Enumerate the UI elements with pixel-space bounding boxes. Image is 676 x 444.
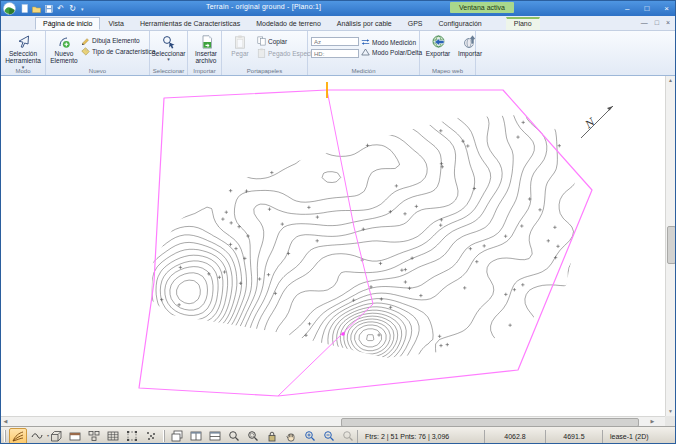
zoom-lock-button[interactable]: [263, 428, 281, 444]
mdi-minimize-button[interactable]: —: [641, 18, 648, 28]
tab-plano[interactable]: Plano: [506, 17, 540, 30]
window-controls: – □ ×: [625, 1, 669, 16]
window-layout-button[interactable]: [85, 428, 103, 444]
minimize-button[interactable]: –: [625, 1, 629, 16]
cursor-easting: 4062.8: [484, 430, 545, 443]
selection-polygon-icon: [126, 430, 138, 442]
points-icon: [145, 430, 157, 442]
pan-hand-icon: [285, 430, 297, 442]
mdi-restore-button[interactable]: □: [655, 18, 659, 28]
horizontal-scrollbar[interactable]: ◀ ▶: [1, 416, 667, 426]
tab-p-gina-de-inicio[interactable]: Página de inicio: [35, 17, 100, 30]
zoom-in-button[interactable]: [301, 428, 319, 444]
active-window-badge: Ventana activa: [450, 2, 514, 13]
scroll-right-arrow[interactable]: ▶: [648, 417, 657, 426]
undo-icon[interactable]: ↶: [56, 4, 65, 13]
vertical-scrollbar[interactable]: ▲ ▼: [665, 76, 675, 416]
pencil-icon: [81, 36, 90, 45]
split-vertical-icon: [190, 430, 202, 442]
ribbon-group-nuevo: Nuevo Elemento Dibuja Elemento Tipo de C…: [46, 31, 150, 75]
zoom-out-button[interactable]: [320, 428, 338, 444]
split-horizontal-button[interactable]: [206, 428, 224, 444]
tool-selection-button[interactable]: Selección Herramienta ▾: [4, 33, 42, 70]
group-label-nuevo: Nuevo: [46, 68, 149, 74]
measure-mode-button[interactable]: Modo Medición: [361, 38, 422, 46]
cascade-windows-icon: [171, 430, 183, 442]
cube-3d-icon: [50, 430, 62, 442]
group-label-seleccionar: Seleccionar: [150, 68, 187, 74]
tab-vista[interactable]: Vista: [100, 17, 131, 30]
tab-modelado-de-terreno[interactable]: Modelado de terreno: [248, 17, 329, 30]
split-vertical-button[interactable]: [187, 428, 205, 444]
zoom-lock-icon: [266, 430, 278, 442]
web-import-button[interactable]: Importar: [455, 33, 485, 58]
surface-box-button[interactable]: [66, 428, 84, 444]
cube-3d-button[interactable]: [47, 428, 65, 444]
export-globe-icon: [431, 34, 446, 49]
cascade-windows-button[interactable]: [168, 428, 186, 444]
clipboard-icon: [234, 34, 246, 49]
polar-delta-mode-button[interactable]: Modo Polar/Delta: [361, 48, 422, 56]
toolbar-grip[interactable]: [163, 430, 165, 442]
zoom-dynamic-button[interactable]: [244, 428, 262, 444]
grid-button[interactable]: [104, 428, 122, 444]
delta-triangle-icon: [361, 48, 370, 56]
scroll-up-arrow[interactable]: ▲: [666, 76, 675, 85]
ribbon-group-medicion: Modo Medición Modo Polar/Delta Medición: [308, 31, 420, 75]
open-folder-icon[interactable]: [32, 4, 41, 13]
select-magnifier-icon: [162, 34, 176, 49]
web-export-button[interactable]: Exportar: [423, 33, 453, 58]
azimuth-field[interactable]: [311, 37, 359, 46]
feature-type-button[interactable]: Tipo de Característica: [81, 47, 155, 56]
insert-file-button[interactable]: Insertar archivo: [191, 33, 221, 66]
ribbon-group-mapeo-web: Exportar Importar Mapeo web: [420, 31, 476, 75]
contour-lines: [131, 101, 596, 371]
save-icon[interactable]: [44, 4, 53, 13]
tab-configuraci-n[interactable]: Configuración: [431, 17, 490, 30]
redo-icon[interactable]: ↻: [68, 4, 77, 13]
split-horizontal-icon: [209, 430, 221, 442]
scroll-down-arrow[interactable]: ▼: [666, 407, 675, 416]
group-label-medicion: Medición: [308, 68, 419, 74]
ribbon-group-portapapeles: Pegar Copiar Pegado Especial Portapapele…: [222, 31, 308, 75]
zoom-out-icon: [323, 430, 335, 442]
points-button[interactable]: [142, 428, 160, 444]
drawing-canvas[interactable]: N: [1, 76, 667, 416]
toolbar-grip[interactable]: [4, 430, 6, 442]
tab-gps[interactable]: GPS: [400, 17, 431, 30]
bottom-toolbar: ▾ Ftrs: 2 | 51 Pnts: 76 | 3,096 4062.8 4…: [1, 426, 675, 444]
window-title: Terrain - original ground - [Plano:1]: [206, 3, 321, 10]
mdi-close-button[interactable]: ×: [666, 18, 670, 28]
selection-polygon-button[interactable]: [123, 428, 141, 444]
measure-mode-icon: [361, 38, 370, 46]
maximize-button[interactable]: □: [644, 1, 649, 16]
ribbon-tab-row: Página de inicioVistaHerramientas de Car…: [1, 16, 675, 31]
select-button[interactable]: Seleccionar ▾: [153, 33, 184, 62]
feature-point-counts: Ftrs: 2 | 51 Pnts: 76 | 3,096: [357, 430, 484, 443]
app-logo-icon[interactable]: [3, 2, 16, 15]
cursor-northing: 4691.5: [545, 430, 602, 443]
tab-herramientas-de-caracter-sticas[interactable]: Herramientas de Características: [132, 17, 248, 30]
paste-button[interactable]: Pegar: [225, 33, 255, 58]
zoom-window-button[interactable]: [225, 428, 243, 444]
pan-hand-button[interactable]: [282, 428, 300, 444]
polyline-button[interactable]: ▾: [28, 428, 46, 444]
polyline-icon: [31, 430, 43, 442]
qat-customize-caret-icon[interactable]: ▾: [81, 6, 84, 12]
scroll-left-arrow[interactable]: ◀: [1, 417, 10, 426]
paste-special-icon: [257, 48, 266, 58]
tab-an-lisis-por-cable[interactable]: Análisis por cable: [329, 17, 400, 30]
contour-lines-button[interactable]: [9, 428, 27, 444]
status-zone: Ftrs: 2 | 51 Pnts: 76 | 3,096 4062.8 469…: [357, 429, 676, 444]
group-label-modo: Modo: [1, 68, 45, 74]
grid-icon: [107, 430, 119, 442]
quick-access-toolbar: ↶ ↻ ▾: [20, 4, 84, 13]
zoom-extents-button[interactable]: [339, 428, 357, 444]
vertical-scroll-thumb[interactable]: [667, 226, 676, 264]
close-button[interactable]: ×: [664, 1, 669, 16]
horizontal-distance-field[interactable]: [311, 49, 359, 58]
draw-element-button[interactable]: Dibuja Elemento: [81, 36, 155, 45]
selected-point[interactable]: [341, 332, 345, 336]
new-element-button[interactable]: Nuevo Elemento: [49, 33, 79, 66]
new-file-icon[interactable]: [20, 4, 29, 13]
